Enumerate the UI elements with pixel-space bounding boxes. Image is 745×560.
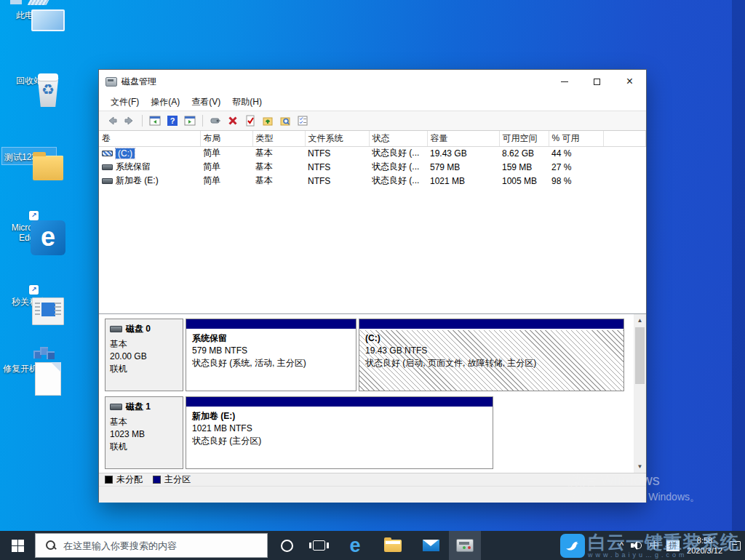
col-header-status[interactable]: 状态 [369,131,427,146]
action-center-icon[interactable] [730,541,741,551]
partition-c-drive[interactable]: (C:) 19.43 GB NTFS 状态良好 (启动, 页面文件, 故障转储,… [359,319,624,391]
disk-icon [110,326,122,332]
disk-icon [110,404,122,410]
taskbar-explorer-button[interactable] [377,531,409,560]
partition-e-drive[interactable]: 新加卷 (E:) 1021 MB NTFS 状态良好 (主分区) [186,396,493,469]
partition-color-band [186,319,356,330]
disk-0-info[interactable]: 磁盘 0 基本 20.00 GB 联机 [105,319,183,391]
scrollbar-thumb[interactable] [635,327,645,384]
menu-bar: 文件(F) 操作(A) 查看(V) 帮助(H) [99,93,646,111]
clock[interactable]: 8:58 2020/3/12 [687,535,722,556]
table-header-row: 卷 布局 类型 文件系统 状态 容量 可用空间 % 可用 [99,131,646,146]
device-icon[interactable] [208,113,223,128]
col-header-filesystem[interactable]: 文件系统 [305,131,369,146]
disk-1-row: 磁盘 1 基本 1023 MB 联机 新加卷 (E:) 1021 MB NTFS… [105,396,634,469]
windows-logo-icon [12,540,24,552]
taskbar-search[interactable] [35,533,268,558]
taskbar-disk-management-button-active[interactable] [449,531,481,560]
toolbar: ? [99,111,646,131]
scroll-down-icon[interactable]: ▼ [634,460,646,473]
desktop-icon-quick-close-app[interactable]: ↗ 秒关程序 [1,292,57,309]
toolbar-separator [202,115,203,127]
disk-status: 联机 [110,441,178,453]
disk-size: 1023 MB [110,428,178,441]
mail-icon [423,540,439,551]
ime-language-indicator[interactable]: 中 [650,539,659,552]
show-action-pane-icon[interactable] [183,113,197,128]
maximize-button[interactable] [581,71,613,93]
tray-date: 2020/3/12 [687,545,722,556]
volume-icon[interactable] [631,540,642,551]
disk-type: 基本 [110,338,178,351]
table-row[interactable]: 系统保留 简单 基本 NTFS 状态良好 (... 579 MB 159 MB … [99,160,646,174]
table-row[interactable]: 新加卷 (E:) 简单 基本 NTFS 状态良好 (... 1021 MB 10… [99,174,646,188]
desktop-icon-edge[interactable]: e ↗ Microsoft Edge [1,218,57,245]
file-explorer-icon [384,540,402,552]
forward-icon[interactable] [122,113,137,128]
table-row[interactable]: (C:) 简单 基本 NTFS 状态良好 (... 19.43 GB 8.62 … [99,146,646,160]
minimize-button[interactable] [548,71,581,93]
disk-type: 基本 [110,416,178,428]
taskbar-mail-button[interactable] [415,531,447,560]
task-view-button[interactable] [304,531,333,560]
start-button[interactable] [0,531,35,560]
disk-management-window: 磁盘管理 × 文件(F) 操作(A) 查看(V) 帮助(H) ? [99,70,646,502]
partition-color-band [359,319,624,330]
col-header-layout[interactable]: 布局 [200,131,252,146]
explore-folder-icon[interactable] [278,113,292,128]
partition-system-reserved[interactable]: 系统保留 579 MB NTFS 状态良好 (系统, 活动, 主分区) [186,319,356,391]
desktop-icon-this-pc[interactable]: 此电脑 [1,6,57,23]
search-icon [46,540,56,551]
close-button[interactable]: × [613,71,646,93]
cortana-icon [281,540,293,552]
col-header-type[interactable]: 类型 [252,131,305,146]
open-folder-icon[interactable] [260,113,275,128]
col-header-pct-free[interactable]: % 可用 [549,131,603,146]
menu-file[interactable]: 文件(F) [105,94,145,111]
search-input[interactable] [63,540,245,551]
col-header-volume[interactable]: 卷 [99,131,200,146]
hidden-icons-chevron-icon[interactable]: ^ [619,540,624,551]
title-bar[interactable]: 磁盘管理 × [99,70,646,93]
legend-swatch-primary [153,476,161,484]
legend-unallocated: 未分配 [105,473,143,486]
disk-name: 磁盘 1 [126,401,151,413]
desktop-icon-test-folder[interactable]: 测试123。。 [1,147,57,165]
delete-icon[interactable] [226,113,240,128]
partition-size: 19.43 GB NTFS [365,345,618,357]
shortcut-arrow-icon: ↗ [29,211,39,220]
menu-action[interactable]: 操作(A) [145,94,186,111]
volume-icon [102,164,113,170]
desktop-icon-fix-black-screen[interactable]: 修复开机黑屏 [1,359,57,376]
volume-icon [102,151,113,156]
partition-size: 579 MB NTFS [192,345,350,357]
partition-status: 状态良好 (系统, 活动, 主分区) [192,357,350,369]
volume-icon [102,178,113,184]
col-header-filler [603,131,646,146]
show-console-tree-icon[interactable] [148,113,162,128]
view-list-icon[interactable] [295,113,310,128]
legend-swatch-unallocated [105,476,113,484]
properties-check-icon[interactable] [243,113,258,128]
menu-help[interactable]: 帮助(H) [226,94,268,111]
help-icon[interactable]: ? [165,113,180,128]
volume-table: 卷 布局 类型 文件系统 状态 容量 可用空间 % 可用 (C:) 简单 基本 … [99,131,646,188]
col-header-free[interactable]: 可用空间 [499,131,549,146]
menu-view[interactable]: 查看(V) [186,94,226,111]
taskbar-edge-button[interactable]: e [339,531,371,560]
partition-title: 新加卷 (E:) [192,410,487,423]
disk-1-info[interactable]: 磁盘 1 基本 1023 MB 联机 [105,396,183,469]
status-bar [99,486,646,503]
volume-name: 系统保留 [116,161,151,173]
ime-mode-indicator[interactable]: 拼 [666,540,680,551]
back-icon[interactable] [105,113,119,128]
wallpaper-shade-band [732,0,745,531]
col-header-capacity[interactable]: 容量 [427,131,499,146]
scroll-up-icon[interactable]: ▲ [634,314,646,327]
partition-title: (C:) [365,332,618,345]
cortana-button[interactable] [272,531,301,560]
partition-color-band [186,397,493,408]
vertical-scrollbar[interactable]: ▲ ▼ [634,314,646,473]
desktop-icon-recycle-bin[interactable]: ♻ 回收站 [1,71,57,88]
partition-title: 系统保留 [192,332,350,345]
